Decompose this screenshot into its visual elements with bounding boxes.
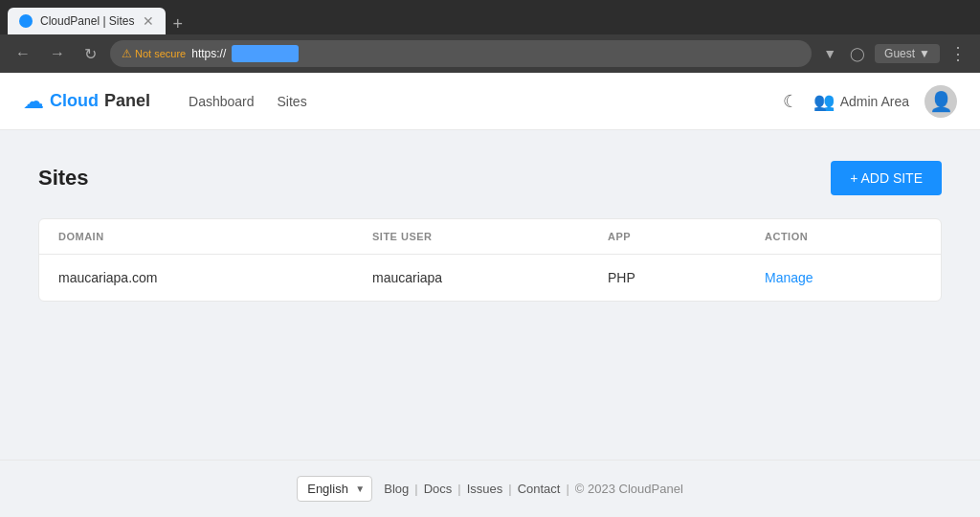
nav-dashboard-link[interactable]: Dashboard	[189, 90, 255, 113]
page-content: Sites + ADD SITE DOMAIN SITE USER APP AC…	[0, 130, 980, 460]
logo: ☁ CloudPanel	[23, 89, 150, 114]
not-secure-indicator: ⚠ Not secure	[122, 47, 186, 60]
footer-issues-link[interactable]: Issues	[467, 482, 503, 496]
nav-right: ☾ 👥 Admin Area 👤	[783, 85, 957, 118]
nav-links: Dashboard Sites	[189, 90, 307, 113]
col-app: APP	[608, 231, 765, 242]
guest-chevron-icon: ▼	[919, 47, 930, 60]
reload-button[interactable]: ↻	[78, 41, 102, 67]
col-site-user: SITE USER	[372, 231, 608, 242]
browser-tabs: CloudPanel | Sites ✕ +	[8, 0, 190, 34]
url-highlight	[232, 45, 299, 62]
guest-button[interactable]: Guest ▼	[875, 44, 940, 63]
footer-docs-link[interactable]: Docs	[424, 482, 453, 496]
add-site-button[interactable]: + ADD SITE	[831, 161, 942, 195]
footer: English ▼ Blog | Docs | Issues | Contact…	[0, 460, 980, 517]
app-wrapper: ☁ CloudPanel Dashboard Sites ☾ 👥 Admin A…	[0, 73, 980, 517]
tab-close-button[interactable]: ✕	[143, 13, 154, 29]
warning-icon: ⚠	[122, 47, 132, 60]
user-avatar[interactable]: 👤	[924, 85, 957, 118]
footer-blog-link[interactable]: Blog	[384, 482, 409, 496]
admin-area-button[interactable]: 👥 Admin Area	[813, 91, 909, 112]
table-row: maucariapa.com maucariapa PHP Manage	[39, 255, 941, 301]
cell-action-manage[interactable]: Manage	[765, 270, 922, 285]
url-prefix: https://	[191, 47, 226, 60]
tab-favicon-icon	[19, 14, 33, 28]
logo-text-cloud: Cloud	[50, 91, 99, 111]
user-avatar-icon: 👤	[929, 90, 953, 113]
new-tab-button[interactable]: +	[166, 14, 191, 34]
tab-title: CloudPanel | Sites	[40, 14, 135, 28]
language-select[interactable]: English	[297, 476, 372, 502]
col-action: ACTION	[765, 231, 922, 242]
cell-app: PHP	[608, 270, 765, 285]
page-title: Sites	[38, 166, 89, 191]
address-bar[interactable]: ⚠ Not secure https://	[110, 40, 812, 67]
browser-action-buttons: ▼ ◯ Guest ▼ ⋮	[819, 42, 970, 65]
dark-mode-button[interactable]: ☾	[783, 91, 798, 112]
cell-site-user: maucariapa	[372, 270, 608, 285]
col-domain: DOMAIN	[58, 231, 372, 242]
footer-contact-link[interactable]: Contact	[518, 482, 561, 496]
browser-menu-button[interactable]: ⋮	[946, 43, 970, 64]
cell-domain: maucariapa.com	[58, 270, 372, 285]
footer-sep-2: |	[457, 482, 460, 496]
guest-label: Guest	[884, 47, 915, 60]
logo-cloud-icon: ☁	[23, 89, 44, 114]
browser-nav-bar: ← → ↻ ⚠ Not secure https:// ▼ ◯ Guest ▼ …	[0, 34, 980, 73]
footer-copyright: © 2023 CloudPanel	[575, 482, 683, 496]
active-tab[interactable]: CloudPanel | Sites ✕	[8, 8, 166, 34]
footer-sep-4: |	[566, 482, 568, 496]
sites-table: DOMAIN SITE USER APP ACTION maucariapa.c…	[38, 218, 942, 302]
language-selector-wrapper: English ▼	[297, 476, 372, 502]
logo-text-panel: Panel	[104, 91, 150, 111]
navbar: ☁ CloudPanel Dashboard Sites ☾ 👥 Admin A…	[0, 73, 980, 130]
admin-area-label: Admin Area	[840, 94, 909, 109]
page-header: Sites + ADD SITE	[38, 161, 942, 195]
table-header: DOMAIN SITE USER APP ACTION	[39, 219, 941, 255]
admin-icon: 👥	[813, 91, 835, 112]
footer-links: Blog | Docs | Issues | Contact | © 2023 …	[384, 482, 683, 496]
extensions-icon[interactable]: ▼	[819, 42, 840, 65]
footer-sep-1: |	[414, 482, 417, 496]
forward-button[interactable]: →	[44, 41, 71, 66]
not-secure-label: Not secure	[135, 48, 186, 59]
back-button[interactable]: ←	[10, 41, 36, 66]
profile-icon[interactable]: ◯	[846, 42, 869, 65]
browser-chrome: CloudPanel | Sites ✕ +	[0, 0, 980, 34]
footer-sep-3: |	[508, 482, 511, 496]
nav-sites-link[interactable]: Sites	[278, 90, 307, 113]
